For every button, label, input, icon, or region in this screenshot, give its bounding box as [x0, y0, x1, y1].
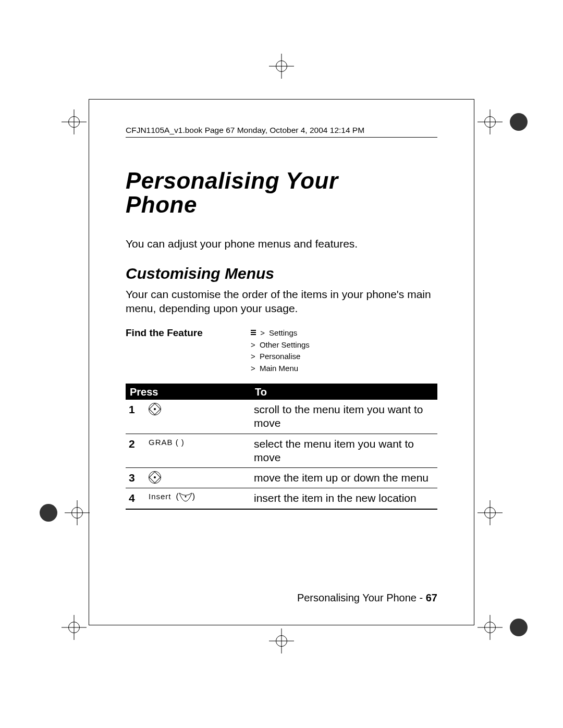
footer-page-number: 67 — [426, 592, 437, 603]
find-feature-label: Find the Feature — [126, 327, 251, 339]
section-body: Your can customise the order of the item… — [126, 288, 437, 316]
crop-mark-bottom-left — [62, 615, 87, 640]
page-footer: Personalising Your Phone - 67 — [297, 592, 437, 604]
intro-text: You can adjust your phone menus and feat… — [126, 238, 437, 250]
crop-mark-bottom-center — [269, 628, 294, 653]
title-line-1: Personalising Your — [126, 168, 338, 193]
title-line-2: Phone — [126, 192, 197, 217]
crop-mark-top-left — [62, 109, 87, 134]
section-heading: Customising Menus — [126, 265, 437, 282]
crop-mark-bottom-right — [478, 615, 528, 640]
steps-table: Press To 1 scroll to the menu item you w… — [126, 384, 437, 510]
table-row: 2 GRAB ( ) select the menu item you want… — [126, 434, 437, 468]
crop-mark-mid-left — [40, 500, 90, 525]
nav-l2: Other Settings — [260, 339, 310, 351]
nav-l1: Settings — [269, 327, 297, 339]
col-press: Press — [126, 384, 251, 400]
table-row: 3 move the item up or down the menu — [126, 468, 437, 488]
table-row: 4 Insert ( ) insert the item in the new … — [126, 488, 437, 509]
crop-mark-top-right — [478, 109, 528, 134]
nav-l3: Personalise — [260, 351, 300, 363]
softkey-grab: GRAB ( ) — [149, 438, 185, 447]
footer-text: Personalising Your Phone - — [297, 592, 426, 603]
ok-key-icon — [179, 492, 192, 502]
nav-l4: Main Menu — [260, 363, 298, 375]
col-to: To — [251, 384, 437, 400]
crop-mark-mid-right — [478, 500, 503, 525]
crop-mark-top-center — [269, 54, 294, 79]
find-the-feature: Find the Feature > Settings > Other Sett… — [126, 327, 437, 374]
nav-key-icon — [149, 403, 161, 415]
softkey-insert: Insert — [149, 492, 172, 501]
table-row: 1 scroll to the menu item you want to mo… — [126, 400, 437, 434]
page-title: Personalising Your Phone — [126, 169, 437, 217]
svg-point-0 — [185, 496, 186, 498]
running-header: CFJN1105A_v1.book Page 67 Monday, Octobe… — [126, 126, 437, 138]
nav-path: > Settings > Other Settings > Personalis… — [251, 327, 310, 374]
menu-icon — [251, 330, 256, 336]
page-frame: CFJN1105A_v1.book Page 67 Monday, Octobe… — [89, 99, 474, 625]
nav-key-icon — [149, 471, 161, 484]
